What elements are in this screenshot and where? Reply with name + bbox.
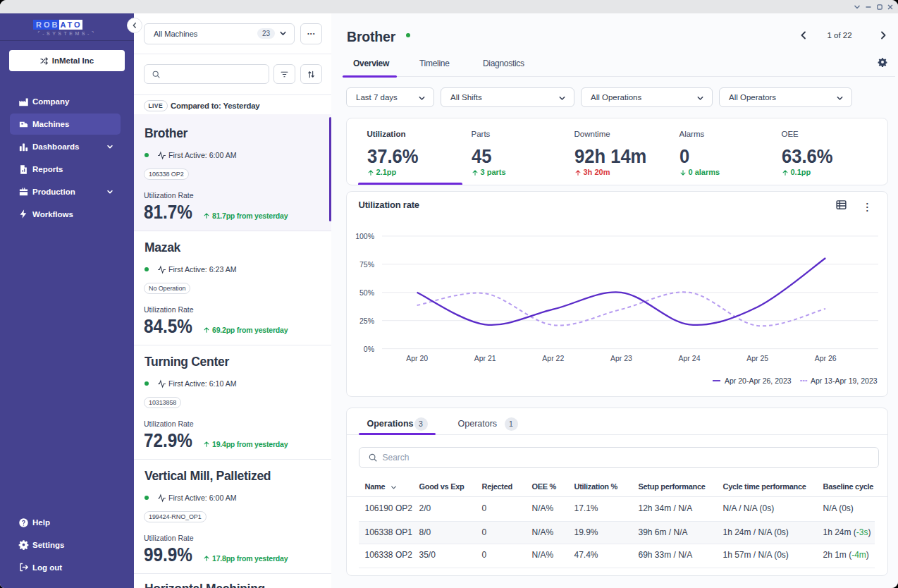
svg-text:Apr 20: Apr 20: [406, 354, 428, 362]
svg-text:Apr 23: Apr 23: [610, 354, 632, 362]
svg-text:Apr 13-Apr 19, 2023: Apr 13-Apr 19, 2023: [811, 376, 878, 385]
svg-text:100%: 100%: [355, 232, 374, 240]
svg-text:25%: 25%: [359, 317, 374, 325]
svg-text:Apr 20-Apr 26, 2023: Apr 20-Apr 26, 2023: [725, 376, 792, 385]
svg-text:Apr 25: Apr 25: [746, 354, 768, 362]
svg-text:Apr 22: Apr 22: [542, 354, 564, 362]
svg-text:75%: 75%: [359, 260, 374, 269]
svg-text:Apr 26: Apr 26: [814, 354, 836, 362]
svg-text:Apr 21: Apr 21: [474, 354, 496, 362]
svg-text:50%: 50%: [359, 288, 374, 297]
svg-text:Apr 24: Apr 24: [678, 354, 700, 362]
svg-text:0%: 0%: [363, 345, 374, 353]
